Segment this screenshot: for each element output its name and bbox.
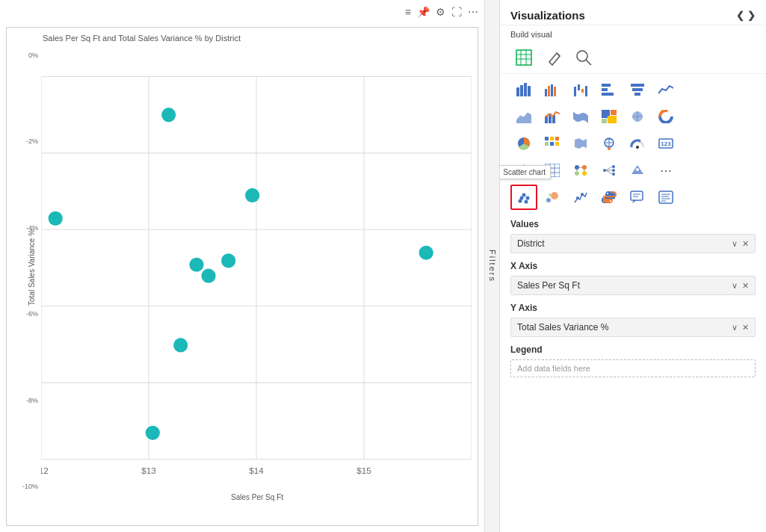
svg-point-86 [522, 194, 526, 197]
svg-point-93 [576, 197, 579, 200]
svg-text:$13: $13 [141, 466, 156, 475]
viz-more[interactable]: ⋯ [652, 158, 679, 183]
svg-point-77 [603, 169, 606, 172]
y-axis-field-text: Total Sales Variance % [517, 322, 609, 332]
viz-bar-chart[interactable] [596, 77, 623, 102]
y-tick-5: -10% [22, 483, 38, 490]
data-point-1[interactable] [49, 211, 63, 226]
viz-filled-map[interactable] [567, 131, 594, 156]
legend-section-label: Legend [500, 338, 766, 358]
y-axis-chevron[interactable]: ∨ [732, 323, 738, 332]
pin-icon[interactable]: 📌 [417, 6, 430, 18]
svg-point-59 [608, 147, 611, 150]
x-axis-field-pill[interactable]: Sales Per Sq Ft ∨ ✕ [510, 276, 756, 295]
viz-gauge[interactable] [624, 131, 651, 156]
viz-icon-search-chart[interactable] [570, 45, 597, 70]
svg-rect-32 [581, 89, 584, 93]
viz-nav-left[interactable]: ❮ [736, 10, 744, 21]
svg-rect-26 [545, 89, 547, 96]
data-point-3[interactable] [189, 258, 203, 272]
viz-line-chart[interactable] [652, 77, 679, 102]
viz-treemap[interactable] [596, 104, 623, 129]
viz-ai-visual[interactable] [624, 158, 651, 183]
legend-drop-zone[interactable]: Add data fields here [510, 359, 756, 377]
chart-toolbar: ≡ 📌 ⚙ ⛶ ⋯ [0, 0, 484, 24]
scatter-tooltip: Scatter chart [499, 165, 551, 179]
svg-rect-36 [602, 93, 614, 96]
more-icon[interactable]: ⋯ [468, 6, 478, 18]
svg-rect-28 [551, 84, 553, 96]
svg-rect-51 [545, 142, 549, 146]
svg-line-81 [606, 167, 612, 170]
viz-clustered-bar[interactable] [539, 77, 566, 102]
viz-waterfall[interactable] [567, 77, 594, 102]
viz-panel: Visualizations ❮ ❯ Build visual [499, 0, 766, 532]
svg-point-73 [582, 171, 587, 176]
viz-stacked-bar[interactable] [510, 77, 537, 102]
svg-rect-52 [550, 137, 554, 140]
svg-point-90 [546, 198, 551, 202]
viz-scatter-chart[interactable]: Scatter chart [510, 185, 537, 210]
viz-pie-chart[interactable] [510, 131, 537, 156]
menu-icon[interactable]: ≡ [405, 6, 411, 18]
svg-rect-34 [602, 84, 611, 87]
values-close[interactable]: ✕ [742, 239, 749, 249]
viz-smart-narrative[interactable] [652, 185, 679, 210]
viz-ribbon[interactable] [567, 104, 594, 129]
data-point-5[interactable] [221, 253, 235, 267]
svg-rect-31 [578, 84, 580, 90]
viz-icon-table[interactable] [510, 45, 537, 70]
svg-rect-38 [632, 88, 643, 91]
svg-rect-22 [516, 87, 519, 96]
values-chevron[interactable]: ∨ [732, 239, 738, 249]
y-tick-1: -2% [26, 137, 38, 145]
svg-point-92 [549, 194, 552, 197]
y-tick-0: 0% [28, 52, 38, 59]
filter-icon[interactable]: ⚙ [436, 6, 445, 18]
viz-card[interactable]: 123 [652, 131, 679, 156]
viz-area-chart[interactable] [510, 104, 537, 129]
data-point-7[interactable] [173, 338, 188, 352]
viz-funnel[interactable] [624, 77, 651, 102]
viz-r-visual[interactable] [567, 185, 594, 210]
viz-decomp-tree[interactable] [596, 158, 623, 183]
viz-matrix[interactable] [539, 131, 566, 156]
svg-point-72 [575, 171, 579, 176]
y-axis-field-pill[interactable]: Total Sales Variance % ∨ ✕ [510, 318, 756, 337]
data-point-2[interactable] [161, 108, 176, 122]
svg-rect-98 [659, 191, 673, 203]
x-axis-close[interactable]: ✕ [742, 281, 749, 291]
chart-title: Sales Per Sq Ft and Total Sales Variance… [13, 34, 472, 43]
x-axis-chevron[interactable]: ∨ [732, 281, 738, 291]
viz-donut-chart[interactable] [652, 104, 679, 129]
viz-matrix-map[interactable] [567, 158, 594, 183]
svg-point-84 [636, 168, 639, 171]
filters-sidebar[interactable]: Filters [484, 0, 499, 532]
data-point-6[interactable] [245, 188, 259, 202]
expand-icon[interactable]: ⛶ [451, 6, 462, 18]
viz-azure-map[interactable] [596, 131, 623, 156]
viz-comment[interactable] [624, 185, 651, 210]
data-point-4[interactable] [201, 269, 215, 283]
viz-icon-pen[interactable] [540, 45, 567, 70]
y-axis-close[interactable]: ✕ [742, 323, 749, 332]
svg-text:$12: $12 [41, 466, 49, 475]
viz-bubble[interactable] [539, 185, 566, 210]
viz-python[interactable] [596, 185, 623, 210]
svg-rect-30 [574, 87, 576, 96]
data-point-9[interactable] [419, 246, 433, 260]
viz-combo[interactable] [539, 104, 566, 129]
values-pill-icons: ∨ ✕ [732, 239, 749, 249]
data-point-8[interactable] [146, 426, 160, 440]
svg-rect-46 [608, 116, 617, 123]
svg-text:$14: $14 [249, 466, 264, 475]
svg-rect-39 [634, 93, 640, 96]
viz-nav-right[interactable]: ❯ [747, 10, 756, 21]
viz-map-shape[interactable] [624, 104, 651, 129]
svg-point-80 [612, 173, 615, 176]
scatter-svg: $12 $13 $14 $15 [41, 46, 472, 490]
svg-text:123: 123 [661, 140, 671, 147]
values-district-pill[interactable]: District ∨ ✕ [510, 234, 756, 253]
svg-line-83 [606, 170, 612, 174]
y-tick-4: -8% [26, 397, 38, 404]
